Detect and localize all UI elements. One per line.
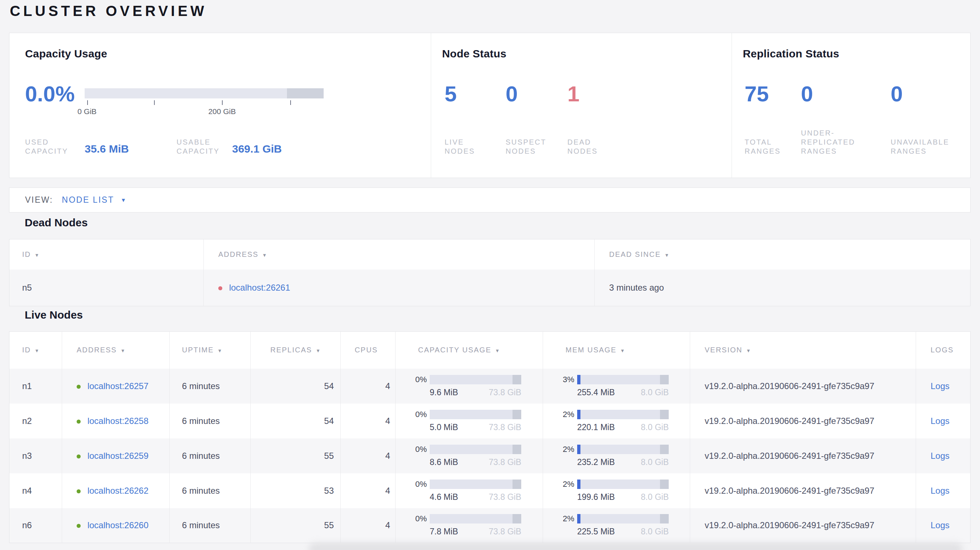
column-header-mem-usage[interactable]: MEM USAGE▼ <box>543 332 690 369</box>
capacity-total-value: 73.8 GiB <box>489 423 522 432</box>
capacity-used-value: 4.6 MiB <box>430 492 458 502</box>
sort-arrow-icon: ▼ <box>35 348 39 353</box>
mem-percent-label: 2% <box>543 410 574 419</box>
capacity-percent-label: 0% <box>396 375 427 384</box>
node-address-cell: localhost:26261 <box>204 270 595 306</box>
uptime-cell: 6 minutes <box>170 439 251 473</box>
node-address-cell: localhost:26259 <box>62 439 170 473</box>
mem-total-value: 8.0 GiB <box>641 457 669 467</box>
capacity-percent-label: 0% <box>396 480 427 489</box>
capacity-used-value: 9.6 MiB <box>430 388 458 397</box>
capacity-usage-cell: 0% 5.0 MiB 73.8 GiB <box>396 404 543 439</box>
view-dropdown[interactable]: NODE LIST ▼ <box>62 195 126 205</box>
dead-nodes-table: ID▼ ADDRESS▼ DEAD SINCE▼ n5 localhost:26… <box>9 239 970 306</box>
column-header-address[interactable]: ADDRESS▼ <box>204 239 595 270</box>
logs-link[interactable]: Logs <box>931 381 950 391</box>
mem-usage-bar <box>577 375 669 384</box>
replicas-cell: 53 <box>251 473 341 508</box>
node-address-link[interactable]: localhost:26259 <box>88 451 149 461</box>
table-row: n5 localhost:26261 3 minutes ago <box>10 270 970 306</box>
replication-status-title: Replication Status <box>743 48 839 60</box>
node-id-cell: n3 <box>10 439 62 473</box>
sort-arrow-icon: ▼ <box>218 348 222 353</box>
live-nodes-label: LIVE NODES <box>445 138 475 156</box>
node-id-cell: n2 <box>10 404 62 439</box>
mem-usage-bar <box>577 410 669 419</box>
table-row: n1 localhost:26257 6 minutes 54 4 0% 9.6… <box>10 369 970 404</box>
live-status-dot-icon <box>76 385 81 389</box>
under-replicated-ranges-count: 0 <box>801 83 813 105</box>
capacity-usage-bar <box>430 514 521 523</box>
node-address-cell: localhost:26260 <box>62 508 170 543</box>
dead-nodes-label: DEAD NODES <box>567 138 598 156</box>
node-id-cell: n4 <box>10 473 62 508</box>
capacity-bar-reserved-segment <box>287 88 324 99</box>
version-cell: v19.2.0-alpha.20190606-2491-gfe735c9a97 <box>690 473 916 508</box>
node-address-link[interactable]: localhost:26262 <box>88 486 149 496</box>
sort-arrow-icon: ▼ <box>316 348 320 353</box>
cluster-summary-panel: Capacity Usage 0.0% 0 GiB 200 GiB USED C… <box>9 33 970 178</box>
mem-percent-label: 2% <box>543 514 574 523</box>
sort-arrow-icon: ▼ <box>35 253 39 258</box>
cpus-cell: 4 <box>341 439 396 473</box>
column-header-id[interactable]: ID▼ <box>10 239 204 270</box>
mem-total-value: 8.0 GiB <box>641 423 669 432</box>
capacity-usage-cell: 0% 8.6 MiB 73.8 GiB <box>396 439 543 473</box>
mem-used-value: 225.5 MiB <box>577 527 615 537</box>
node-address-link[interactable]: localhost:26260 <box>88 520 149 530</box>
logs-link[interactable]: Logs <box>931 520 950 530</box>
under-replicated-ranges-label: UNDER- REPLICATED RANGES <box>801 129 855 156</box>
logs-link[interactable]: Logs <box>931 451 950 461</box>
column-header-uptime[interactable]: UPTIME▼ <box>170 332 251 369</box>
logs-link[interactable]: Logs <box>931 486 950 496</box>
node-address-cell: localhost:26258 <box>62 404 170 439</box>
node-address-link[interactable]: localhost:26261 <box>229 283 290 292</box>
replicas-cell: 54 <box>251 369 341 404</box>
mem-total-value: 8.0 GiB <box>641 527 669 537</box>
suspect-nodes-label: SUSPECT NODES <box>506 138 546 156</box>
column-header-address[interactable]: ADDRESS▼ <box>62 332 170 369</box>
table-row: n3 localhost:26259 6 minutes 55 4 0% 8.6… <box>10 439 970 473</box>
cpus-cell: 4 <box>341 508 396 543</box>
mem-usage-cell: 2% 220.1 MiB 8.0 GiB <box>543 404 690 439</box>
axis-tick <box>154 100 155 105</box>
column-header-replicas[interactable]: REPLICAS▼ <box>251 332 341 369</box>
capacity-usage-section: Capacity Usage 0.0% 0 GiB 200 GiB USED C… <box>10 33 431 178</box>
version-cell: v19.2.0-alpha.20190606-2491-gfe735c9a97 <box>690 439 916 473</box>
mem-percent-label: 2% <box>543 445 574 454</box>
node-address-link[interactable]: localhost:26257 <box>88 381 149 391</box>
uptime-cell: 6 minutes <box>170 369 251 404</box>
mem-usage-cell: 2% 235.2 MiB 8.0 GiB <box>543 439 690 473</box>
capacity-usage-title: Capacity Usage <box>25 48 107 60</box>
chevron-down-icon[interactable]: ▼ <box>121 197 126 203</box>
capacity-usage-cell: 0% 4.6 MiB 73.8 GiB <box>396 473 543 508</box>
view-dropdown-value[interactable]: NODE LIST <box>62 195 114 205</box>
unavailable-ranges-label: UNAVAILABLE RANGES <box>891 138 949 156</box>
sort-arrow-icon: ▼ <box>495 348 500 353</box>
table-row: n2 localhost:26258 6 minutes 54 4 0% 5.0… <box>10 404 970 439</box>
node-address-link[interactable]: localhost:26258 <box>88 416 149 426</box>
column-header-id[interactable]: ID▼ <box>10 332 62 369</box>
capacity-used-value: 8.6 MiB <box>430 457 458 467</box>
dead-nodes-count: 1 <box>567 83 579 105</box>
live-nodes-count: 5 <box>445 83 457 105</box>
node-address-cell: localhost:26257 <box>62 369 170 404</box>
page-title: CLUSTER OVERVIEW <box>10 3 207 19</box>
mem-usage-cell: 2% 225.5 MiB 8.0 GiB <box>543 508 690 543</box>
column-header-dead-since[interactable]: DEAD SINCE▼ <box>595 239 970 270</box>
column-header-version[interactable]: VERSION▼ <box>690 332 916 369</box>
table-row: n4 localhost:26262 6 minutes 53 4 0% 4.6… <box>10 473 970 508</box>
bottom-scroll-shadow <box>309 543 963 550</box>
logs-link[interactable]: Logs <box>931 416 950 426</box>
mem-used-value: 220.1 MiB <box>577 423 615 432</box>
total-ranges-label: TOTAL RANGES <box>745 138 781 156</box>
column-header-capacity-usage[interactable]: CAPACITY USAGE▼ <box>396 332 543 369</box>
capacity-usage-bar <box>430 445 521 454</box>
sort-arrow-icon: ▼ <box>262 253 267 258</box>
view-label: VIEW: <box>25 195 53 205</box>
uptime-cell: 6 minutes <box>170 508 251 543</box>
node-status-title: Node Status <box>442 48 506 60</box>
node-id-cell: n6 <box>10 508 62 543</box>
total-ranges-count: 75 <box>745 83 769 105</box>
capacity-usage-bar <box>430 375 521 384</box>
